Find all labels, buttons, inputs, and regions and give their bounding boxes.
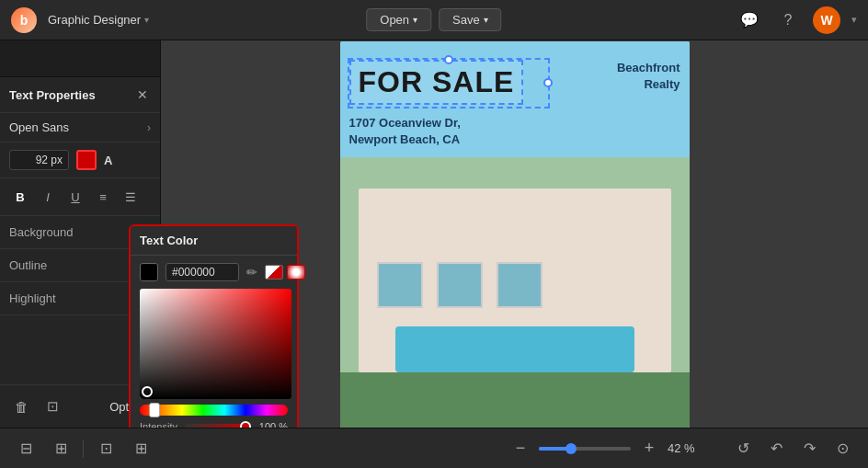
zoom-slider[interactable] xyxy=(539,447,631,451)
italic-button[interactable]: I xyxy=(37,186,59,208)
footer-separator xyxy=(83,439,84,458)
header: b Graphic Designer ▾ Open ▾ Save ▾ 💬 ? W… xyxy=(0,0,868,40)
color-picker-popup: Text Color ✏ xyxy=(129,224,299,428)
font-size-row: A xyxy=(0,143,160,178)
close-text-props-button[interactable]: ✕ xyxy=(134,86,151,103)
zoom-minus-button[interactable]: − xyxy=(509,439,531,458)
intensity-thumb[interactable] xyxy=(240,421,251,428)
footer-right-icons: ↺ ↶ ↷ ⊙ xyxy=(730,436,855,462)
zoom-controls: − + 42 % xyxy=(509,439,702,458)
text-properties-title: Text Properties xyxy=(9,88,96,102)
user-menu-chevron[interactable]: ▾ xyxy=(851,14,857,26)
house-window-1 xyxy=(377,262,423,308)
header-right: 💬 ? W ▾ xyxy=(736,6,857,34)
text-properties-header: Text Properties ✕ xyxy=(0,77,160,113)
app-name-menu[interactable]: Graphic Designer ▾ xyxy=(48,13,149,27)
font-size-input[interactable] xyxy=(9,150,69,170)
refresh-icon[interactable]: ↺ xyxy=(730,436,756,462)
user-avatar[interactable]: W xyxy=(813,6,840,34)
grass xyxy=(340,372,690,428)
font-selector[interactable]: Open Sans › xyxy=(0,113,160,143)
gradient-icon-1[interactable] xyxy=(265,265,283,280)
house-window-3 xyxy=(497,262,542,308)
history-icon[interactable]: ⊙ xyxy=(829,436,855,462)
hue-slider[interactable] xyxy=(140,405,288,416)
intensity-value: 100 % xyxy=(258,421,288,428)
layout-icon[interactable]: ⊞ xyxy=(48,436,74,462)
layers-icon[interactable]: ⊟ xyxy=(13,436,39,462)
eyedropper-icon[interactable]: ✏ xyxy=(246,265,257,280)
zoom-percentage: 42 % xyxy=(668,441,702,455)
design-canvas[interactable]: FOR SALE 1707 Oceanview Dr, Newport Beac… xyxy=(340,41,690,428)
main-area: Text Properties ✕ Open Sans › A B I U ≡ … xyxy=(0,40,868,428)
letter-a-label: A xyxy=(104,154,112,167)
open-button[interactable]: Open ▾ xyxy=(366,8,431,31)
help-button[interactable]: ? xyxy=(774,6,802,34)
color-picker-circle[interactable] xyxy=(142,386,153,397)
address-text: 1707 Oceanview Dr, Newport Beach, CA xyxy=(349,115,461,148)
hex-input[interactable] xyxy=(166,263,239,281)
for-sale-text[interactable]: FOR SALE xyxy=(349,60,524,105)
house-window-2 xyxy=(437,262,483,308)
color-picker-hex-row: ✏ xyxy=(131,256,297,289)
undo-icon[interactable]: ↶ xyxy=(763,436,789,462)
pool xyxy=(395,326,634,372)
redo-icon[interactable]: ↷ xyxy=(796,436,822,462)
gradient-icon-2[interactable] xyxy=(287,265,305,280)
underline-button[interactable]: U xyxy=(64,186,86,208)
header-center-controls: Open ▾ Save ▾ xyxy=(366,8,501,31)
intensity-row: Intensity 100 % xyxy=(131,417,297,428)
left-panel: Text Properties ✕ Open Sans › A B I U ≡ … xyxy=(0,40,161,428)
app-logo[interactable]: b xyxy=(11,7,37,33)
panel-top-bar xyxy=(0,40,160,77)
gradient-dark-overlay xyxy=(140,289,291,399)
canvas-wrapper: FOR SALE 1707 Oceanview Dr, Newport Beac… xyxy=(340,41,690,428)
crop-icon[interactable]: ⊡ xyxy=(93,436,119,462)
align-right-button[interactable]: ☰ xyxy=(120,186,142,208)
bold-button[interactable]: B xyxy=(9,186,31,208)
font-selector-arrow: › xyxy=(147,121,151,134)
comment-button[interactable]: 💬 xyxy=(736,6,763,34)
export-icon[interactable]: ⊞ xyxy=(128,436,154,462)
save-button[interactable]: Save ▾ xyxy=(439,8,502,31)
delete-icon[interactable]: 🗑 xyxy=(9,394,33,418)
font-name-label: Open Sans xyxy=(9,120,69,134)
intensity-label: Intensity xyxy=(140,421,177,428)
hue-slider-row xyxy=(131,399,297,417)
house-windows xyxy=(377,262,542,308)
color-picker-title: Text Color xyxy=(131,226,297,256)
format-buttons-row: B I U ≡ ☰ xyxy=(0,178,160,216)
gradient-type-icons xyxy=(265,265,305,280)
duplicate-icon[interactable]: ⊡ xyxy=(40,394,64,418)
footer: ⊟ ⊞ ⊡ ⊞ − + 42 % ↺ ↶ ↷ ⊙ xyxy=(0,428,868,468)
intensity-slider[interactable] xyxy=(185,424,251,428)
text-color-swatch[interactable] xyxy=(76,150,97,170)
zoom-slider-thumb[interactable] xyxy=(565,443,577,454)
realty-text: Beachfront Realty xyxy=(617,60,680,93)
align-left-button[interactable]: ≡ xyxy=(92,186,114,208)
current-color-swatch[interactable] xyxy=(140,263,158,281)
hue-slider-thumb[interactable] xyxy=(149,403,160,417)
color-gradient-area[interactable] xyxy=(140,289,291,399)
zoom-plus-button[interactable]: + xyxy=(638,439,660,458)
